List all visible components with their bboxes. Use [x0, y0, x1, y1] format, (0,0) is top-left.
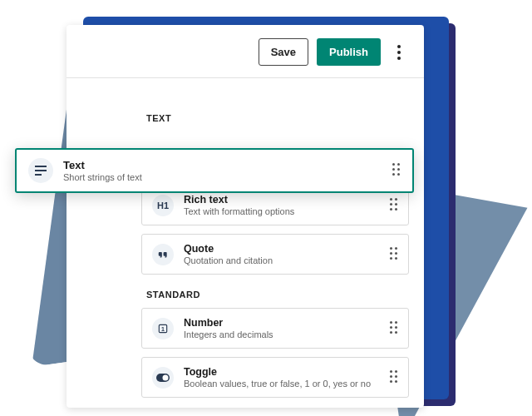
item-title: Toggle: [184, 366, 380, 378]
list-item-quote[interactable]: Quote Quotation and citation: [141, 234, 409, 275]
item-desc: Integers and decimals: [184, 329, 380, 339]
toggle-icon: [152, 367, 174, 389]
heading-icon: H1: [152, 195, 174, 216]
svg-point-3: [163, 374, 169, 380]
text-icon: [28, 158, 53, 183]
number-icon: 1: [152, 318, 174, 339]
drag-handle-icon[interactable]: [392, 163, 404, 178]
list-item-text-selected[interactable]: Text Short strings of text: [15, 148, 414, 193]
svg-rect-6: [35, 174, 42, 176]
quote-icon: [152, 244, 174, 265]
svg-text:1: 1: [161, 325, 165, 331]
save-button[interactable]: Save: [259, 38, 308, 66]
drag-handle-icon[interactable]: [390, 370, 401, 385]
item-desc: Short strings of text: [63, 172, 382, 182]
item-title: Quote: [184, 243, 380, 255]
list-item-toggle[interactable]: Toggle Boolean values, true or false, 1 …: [141, 357, 409, 398]
toolbar: Save Publish: [66, 25, 424, 78]
more-options-icon[interactable]: [389, 42, 409, 62]
section-label-standard: STANDARD: [146, 290, 409, 300]
field-type-list: TEXT H1 Rich text Text with formatting o…: [66, 78, 424, 398]
item-title: Rich text: [184, 194, 380, 206]
list-item-number[interactable]: 1 Number Integers and decimals: [141, 308, 409, 349]
svg-rect-5: [35, 170, 47, 171]
drag-handle-icon[interactable]: [390, 247, 401, 262]
item-desc: Boolean values, true or false, 1 or 0, y…: [184, 379, 380, 389]
publish-button[interactable]: Publish: [317, 38, 381, 66]
drag-handle-icon[interactable]: [390, 198, 401, 213]
item-desc: Text with formatting options: [184, 206, 380, 216]
section-label-text: TEXT: [146, 113, 409, 123]
drag-handle-icon[interactable]: [390, 321, 401, 336]
svg-rect-4: [35, 166, 47, 167]
item-title: Text: [63, 159, 382, 171]
item-desc: Quotation and citation: [184, 255, 380, 265]
item-title: Number: [184, 317, 380, 329]
editor-panel: Save Publish TEXT H1 Rich text Text with…: [66, 25, 424, 408]
